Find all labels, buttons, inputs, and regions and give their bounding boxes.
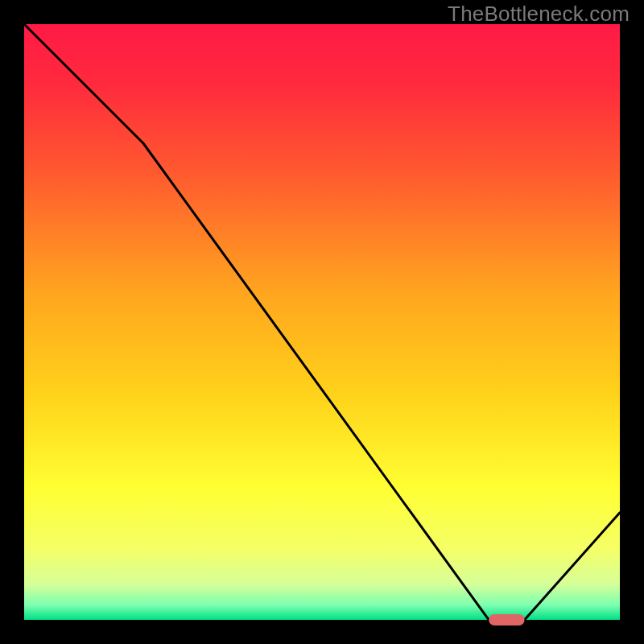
chart-container: { "watermark": "TheBottleneck.com", "cha…: [0, 0, 644, 644]
optimal-marker: [489, 614, 524, 625]
watermark-text: TheBottleneck.com: [448, 2, 630, 27]
bottleneck-chart: [0, 0, 644, 644]
